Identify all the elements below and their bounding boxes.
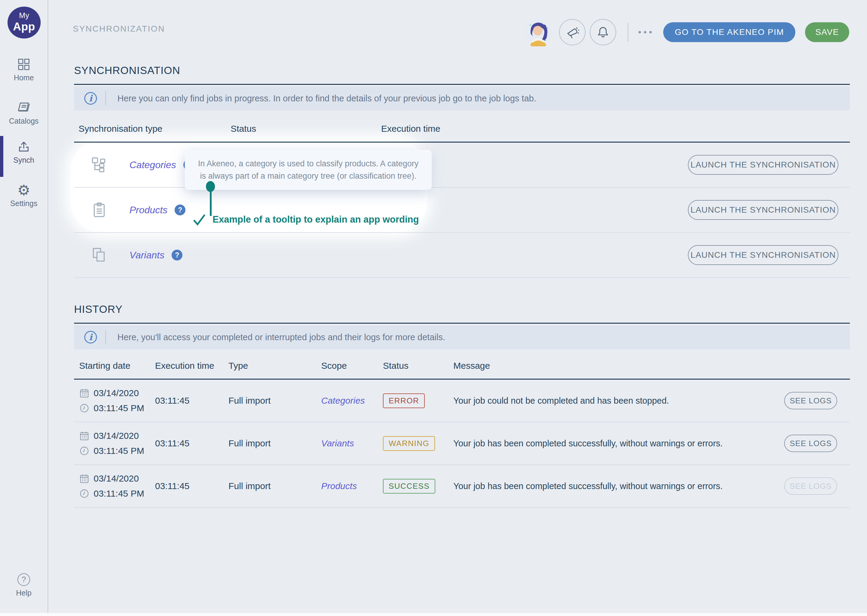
type-value: Full import	[229, 481, 321, 491]
scope-link[interactable]: Variants	[321, 438, 383, 448]
history-row: 03/14/2020 03:11:45 PM 03:11:45 Full imp…	[74, 465, 850, 508]
execution-time-value: 03:11:45	[155, 396, 229, 406]
date-value: 03/14/2020	[94, 431, 139, 441]
sidebar-item-label: Synch	[0, 156, 47, 165]
sync-type-link[interactable]: Products	[129, 204, 167, 216]
clock-icon	[79, 446, 90, 456]
logo-text-top: My	[8, 11, 41, 20]
sync-info-text: Here you can only find jobs in progress.…	[117, 94, 536, 104]
type-value: Full import	[229, 396, 321, 406]
column-header: Scope	[321, 361, 383, 371]
see-logs-button[interactable]: SEE LOGS	[784, 435, 837, 452]
time-value: 03:11:45 PM	[94, 403, 144, 413]
go-to-pim-button[interactable]: GO TO THE AKENEO PIM	[663, 22, 795, 42]
column-header: Status	[230, 124, 381, 134]
launch-sync-button[interactable]: LAUNCH THE SYNCHRONISATION	[688, 155, 839, 175]
message-text: Your job has been completed successfully…	[453, 438, 785, 448]
column-header: Starting date	[79, 361, 155, 371]
app-logo: My App	[8, 6, 41, 39]
info-icon: i	[84, 92, 97, 105]
category-tree-icon	[91, 156, 108, 173]
tooltip-annotation: Example of a tooltip to explain an app w…	[192, 212, 419, 227]
help-question-icon: ?	[0, 572, 47, 587]
sidebar-item-catalogs[interactable]: Catalogs	[0, 101, 47, 126]
bottom-strip	[0, 613, 867, 616]
banner-divider	[106, 91, 106, 105]
message-text: Your job has been completed successfully…	[453, 481, 785, 491]
sidebar-item-label: Home	[0, 73, 47, 82]
status-badge: ERROR	[383, 393, 425, 408]
sidebar-item-synch[interactable]: Synch	[0, 140, 47, 165]
history-info-text: Here, you'll access your completed or in…	[117, 332, 445, 342]
sync-type-link[interactable]: Variants	[129, 250, 164, 261]
sync-type-link[interactable]: Categories	[129, 159, 176, 171]
topbar-actions: GO TO THE AKENEO PIM SAVE	[524, 22, 849, 42]
execution-time-value: 03:11:45	[155, 481, 229, 491]
launch-sync-button[interactable]: LAUNCH THE SYNCHRONISATION	[688, 200, 839, 220]
help-badge[interactable]: ?	[172, 250, 183, 261]
calendar-icon	[79, 473, 90, 484]
history-row: 03/14/2020 03:11:45 PM 03:11:45 Full imp…	[74, 380, 850, 422]
announcements-button[interactable]	[559, 19, 585, 46]
scope-link[interactable]: Categories	[321, 396, 383, 406]
column-header: Type	[229, 361, 321, 371]
starting-date-cell: 03/14/2020 03:11:45 PM	[79, 388, 155, 413]
tooltip-bubble: In Akeneo, a category is used to classif…	[185, 150, 432, 190]
sync-row-variants: Variants ? LAUNCH THE SYNCHRONISATION	[74, 233, 850, 278]
banner-divider	[106, 330, 106, 344]
bell-icon	[596, 25, 610, 39]
column-header: Status	[383, 361, 453, 371]
topbar: SYNCHRONIZATION	[74, 0, 850, 64]
column-header: Synchronisation type	[74, 124, 230, 134]
megaphone-icon	[565, 25, 579, 39]
tooltip-annotation-text: Example of a tooltip to explain an app w…	[213, 214, 419, 225]
sidebar-item-settings[interactable]: ⚙ Settings	[0, 183, 47, 208]
settings-gear-icon: ⚙	[0, 183, 47, 197]
sidebar: My App Home Catalogs Synch ⚙ Settin	[0, 0, 48, 616]
history-section: HISTORY i Here, you'll access your compl…	[74, 303, 850, 508]
main-content: SYNCHRONIZATION	[49, 0, 867, 616]
sync-section: SYNCHRONISATION i Here you can only find…	[74, 64, 850, 278]
history-row: 03/14/2020 03:11:45 PM 03:11:45 Full imp…	[74, 422, 850, 465]
variants-copies-icon	[91, 247, 108, 264]
launch-sync-button[interactable]: LAUNCH THE SYNCHRONISATION	[688, 245, 839, 265]
date-value: 03/14/2020	[94, 473, 139, 484]
avatar[interactable]	[524, 18, 552, 46]
history-section-title: HISTORY	[74, 303, 850, 315]
checkmark-icon	[192, 212, 207, 227]
sync-table-body: Categories ? LAUNCH THE SYNCHRONISATION …	[74, 143, 850, 278]
type-value: Full import	[229, 438, 321, 448]
see-logs-button[interactable]: SEE LOGS	[784, 392, 837, 409]
clock-icon	[79, 403, 90, 413]
sync-section-title: SYNCHRONISATION	[74, 64, 850, 76]
history-table-header: Starting date Execution time Type Scope …	[74, 349, 850, 380]
more-options-ellipsis[interactable]	[638, 31, 652, 33]
help-badge[interactable]: ?	[175, 204, 186, 215]
clock-icon	[79, 489, 90, 499]
sidebar-item-help[interactable]: ? Help	[0, 572, 47, 597]
section-rule	[74, 323, 850, 324]
breadcrumb: SYNCHRONIZATION	[73, 24, 165, 34]
section-rule	[74, 84, 850, 85]
save-button[interactable]: SAVE	[805, 22, 849, 42]
starting-date-cell: 03/14/2020 03:11:45 PM	[79, 431, 155, 456]
see-logs-button-disabled[interactable]: SEE LOGS	[784, 477, 837, 495]
message-text: Your job could not be completed and has …	[453, 396, 785, 406]
info-icon: i	[84, 331, 97, 344]
logo-text-bottom: App	[8, 20, 41, 33]
history-info-banner: i Here, you'll access your completed or …	[74, 325, 850, 349]
app-window: My App Home Catalogs Synch ⚙ Settin	[0, 0, 867, 616]
sidebar-item-home[interactable]: Home	[0, 57, 47, 82]
status-badge: WARNING	[383, 436, 435, 451]
date-value: 03/14/2020	[94, 388, 139, 398]
topbar-divider	[628, 23, 628, 41]
execution-time-value: 03:11:45	[155, 438, 229, 448]
notifications-button[interactable]	[590, 19, 616, 46]
sync-row-products: Products ? LAUNCH THE SYNCHRONISATION	[74, 188, 850, 233]
calendar-icon	[79, 388, 90, 398]
synch-upload-icon	[0, 140, 47, 154]
column-header: Message	[453, 361, 785, 371]
calendar-icon	[79, 431, 90, 441]
scope-link[interactable]: Products	[321, 481, 383, 491]
sync-info-banner: i Here you can only find jobs in progres…	[74, 86, 850, 110]
